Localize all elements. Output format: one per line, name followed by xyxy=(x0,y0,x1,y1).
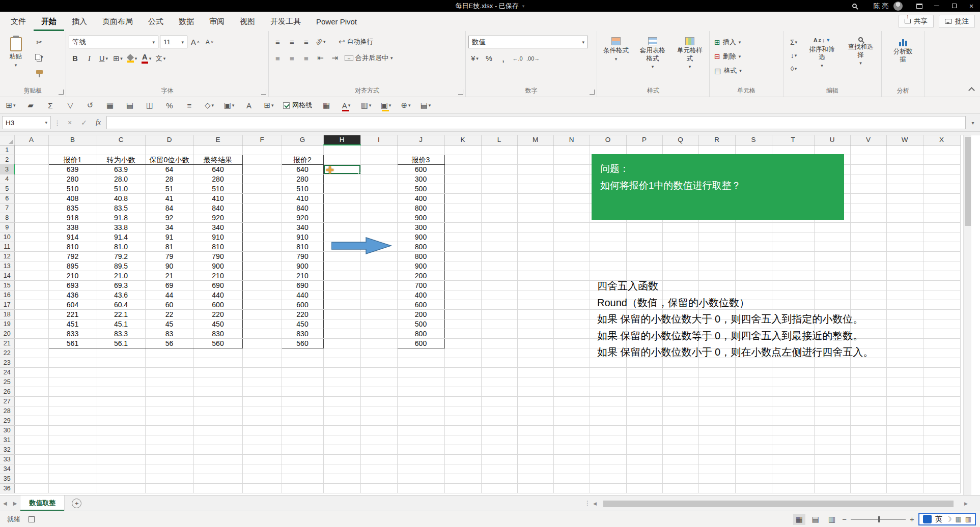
cell-J5[interactable]: 500 xyxy=(397,184,444,193)
cell-B1[interactable] xyxy=(48,145,97,155)
cell-L26[interactable] xyxy=(481,387,517,396)
cell-D15[interactable]: 69 xyxy=(145,280,193,290)
cancel-formula-icon[interactable]: × xyxy=(64,116,76,129)
cell-E3[interactable]: 640 xyxy=(193,164,242,174)
cell-J28[interactable] xyxy=(397,406,444,416)
cell-W33[interactable] xyxy=(886,454,923,464)
cell-Q30[interactable] xyxy=(662,425,698,435)
cell-U31[interactable] xyxy=(814,435,850,445)
cell-N34[interactable] xyxy=(553,464,590,474)
cell-S30[interactable] xyxy=(735,425,772,435)
row-header-23[interactable]: 23 xyxy=(0,358,14,367)
cell-H31[interactable] xyxy=(323,435,360,445)
percent-style-button[interactable]: % xyxy=(483,52,495,65)
cell-G3[interactable]: 640 xyxy=(282,164,323,174)
cell-E22[interactable] xyxy=(193,348,242,358)
bold-button[interactable]: B xyxy=(69,52,81,65)
cell-X25[interactable] xyxy=(923,377,960,387)
sheet-nav-right-icon[interactable]: ▶ xyxy=(10,501,20,506)
cell-H1[interactable] xyxy=(323,145,360,155)
cell-G18[interactable]: 220 xyxy=(282,309,323,319)
cell-B31[interactable] xyxy=(48,435,97,445)
cell-W27[interactable] xyxy=(886,396,923,406)
cell-F32[interactable] xyxy=(242,445,282,454)
cell-P24[interactable] xyxy=(626,367,662,377)
cell-G16[interactable]: 440 xyxy=(282,290,323,300)
cell-C14[interactable]: 21.0 xyxy=(97,271,145,280)
cell-D26[interactable] xyxy=(145,387,193,396)
cell-M10[interactable] xyxy=(517,232,553,242)
paste-button[interactable]: 粘贴 ▾ xyxy=(3,35,29,71)
cell-N11[interactable] xyxy=(553,242,590,251)
cell-U30[interactable] xyxy=(814,425,850,435)
cell-N29[interactable] xyxy=(553,416,590,425)
cell-B24[interactable] xyxy=(48,367,97,377)
cell-F16[interactable] xyxy=(242,290,282,300)
cell-R24[interactable] xyxy=(698,367,735,377)
cell-Q12[interactable] xyxy=(662,251,698,261)
cell-J4[interactable]: 300 xyxy=(397,174,444,184)
cell-N8[interactable] xyxy=(553,213,590,222)
cell-X24[interactable] xyxy=(923,367,960,377)
cell-T36[interactable] xyxy=(772,483,814,493)
cell-G12[interactable]: 790 xyxy=(282,251,323,261)
cell-V36[interactable] xyxy=(850,483,886,493)
cell-A5[interactable] xyxy=(14,184,48,193)
cell-K33[interactable] xyxy=(444,454,481,464)
cell-B27[interactable] xyxy=(48,396,97,406)
cell-B20[interactable]: 833 xyxy=(48,329,97,338)
analyze-data-button[interactable]: 分析数据 xyxy=(889,35,917,66)
cell-M32[interactable] xyxy=(517,445,553,454)
ribbon-tab-页面布局[interactable]: 页面布局 xyxy=(95,12,141,31)
cell-A19[interactable] xyxy=(14,319,48,329)
cell-K7[interactable] xyxy=(444,203,481,213)
cell-B13[interactable]: 895 xyxy=(48,261,97,271)
cell-A18[interactable] xyxy=(14,309,48,319)
cell-N28[interactable] xyxy=(553,406,590,416)
cell-X19[interactable] xyxy=(923,319,960,329)
cell-M12[interactable] xyxy=(517,251,553,261)
cell-T34[interactable] xyxy=(772,464,814,474)
cell-O34[interactable] xyxy=(590,464,626,474)
cell-C21[interactable]: 56.1 xyxy=(97,338,145,348)
cell-A13[interactable] xyxy=(14,261,48,271)
cell-E32[interactable] xyxy=(193,445,242,454)
row-header-31[interactable]: 31 xyxy=(0,435,14,445)
cell-E21[interactable]: 560 xyxy=(193,338,242,348)
title-dropdown-icon[interactable]: ▾ xyxy=(522,4,525,9)
cell-M27[interactable] xyxy=(517,396,553,406)
cell-F9[interactable] xyxy=(242,222,282,232)
cell-W15[interactable] xyxy=(886,280,923,290)
row-header-3[interactable]: 3 xyxy=(0,164,14,174)
cell-I21[interactable] xyxy=(360,338,397,348)
cell-borders-icon[interactable]: ▥▾ xyxy=(360,101,372,110)
cell-I9[interactable] xyxy=(360,222,397,232)
ribbon-tab-开始[interactable]: 开始 xyxy=(34,12,64,31)
row-header-22[interactable]: 22 xyxy=(0,348,14,358)
cell-W4[interactable] xyxy=(886,174,923,184)
cell-I26[interactable] xyxy=(360,387,397,396)
cell-F2[interactable] xyxy=(242,155,282,164)
cell-L4[interactable] xyxy=(481,174,517,184)
cell-W36[interactable] xyxy=(886,483,923,493)
cell-W31[interactable] xyxy=(886,435,923,445)
cell-I20[interactable] xyxy=(360,329,397,338)
cell-J19[interactable]: 500 xyxy=(397,319,444,329)
cell-L3[interactable] xyxy=(481,164,517,174)
cell-J17[interactable]: 600 xyxy=(397,300,444,309)
cell-G9[interactable]: 340 xyxy=(282,222,323,232)
cell-T13[interactable] xyxy=(772,261,814,271)
cell-X2[interactable] xyxy=(923,155,960,164)
cell-D4[interactable]: 28 xyxy=(145,174,193,184)
cell-D33[interactable] xyxy=(145,454,193,464)
cell-J29[interactable] xyxy=(397,416,444,425)
cell-E34[interactable] xyxy=(193,464,242,474)
cell-B34[interactable] xyxy=(48,464,97,474)
undo-icon[interactable]: ↺ xyxy=(85,101,96,110)
cell-M2[interactable] xyxy=(517,155,553,164)
cell-G5[interactable]: 510 xyxy=(282,184,323,193)
cell-I30[interactable] xyxy=(360,425,397,435)
cell-V35[interactable] xyxy=(850,474,886,483)
cell-C5[interactable]: 51.0 xyxy=(97,184,145,193)
cell-F4[interactable] xyxy=(242,174,282,184)
